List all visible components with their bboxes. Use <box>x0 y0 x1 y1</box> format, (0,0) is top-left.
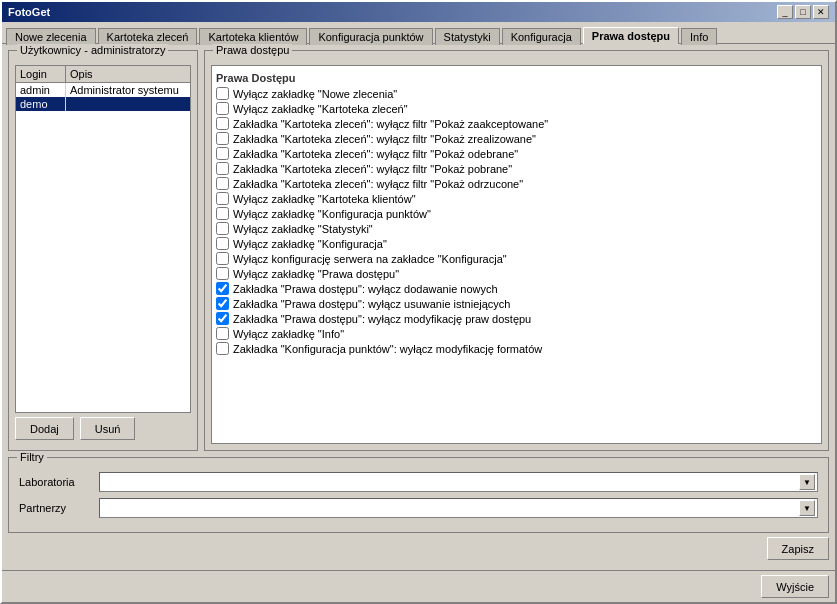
tab-nowe-zlecenia[interactable]: Nowe zlecenia <box>6 28 96 45</box>
right-checkbox-13[interactable] <box>216 282 229 295</box>
title-bar-buttons: _ □ ✕ <box>777 5 829 19</box>
partnerzy-combo[interactable]: ▼ <box>99 498 818 518</box>
table-row[interactable]: demo <box>16 97 190 111</box>
right-label-14: Zakładka "Prawa dostępu": wyłącz usuwani… <box>233 298 510 310</box>
right-item-1: Wyłącz zakładkę "Kartoteka zleceń" <box>216 101 817 116</box>
right-label-0: Wyłącz zakładkę "Nowe zlecenia" <box>233 88 397 100</box>
close-button[interactable]: ✕ <box>813 5 829 19</box>
tab-info[interactable]: Info <box>681 28 717 45</box>
right-item-2: Zakładka "Kartoteka zleceń": wyłącz filt… <box>216 116 817 131</box>
tab-prawa-dostepu[interactable]: Prawa dostępu <box>583 27 679 44</box>
right-checkbox-11[interactable] <box>216 252 229 265</box>
right-label-1: Wyłącz zakładkę "Kartoteka zleceń" <box>233 103 408 115</box>
right-item-12: Wyłącz zakładkę "Prawa dostępu" <box>216 266 817 281</box>
users-group-title: Użytkownicy - administratorzy <box>17 44 168 56</box>
rights-inner-label: Prawa Dostępu <box>216 70 817 86</box>
title-bar: FotoGet _ □ ✕ <box>2 2 835 22</box>
header-opis: Opis <box>66 66 190 82</box>
right-item-14: Zakładka "Prawa dostępu": wyłącz usuwani… <box>216 296 817 311</box>
right-label-2: Zakładka "Kartoteka zleceń": wyłącz filt… <box>233 118 548 130</box>
right-checkbox-17[interactable] <box>216 342 229 355</box>
right-checkbox-6[interactable] <box>216 177 229 190</box>
right-checkbox-5[interactable] <box>216 162 229 175</box>
right-label-17: Zakładka "Konfiguracja punktów": wyłącz … <box>233 343 542 355</box>
add-user-button[interactable]: Dodaj <box>15 417 74 440</box>
filters-group: Filtry Laboratoria ▼ Partnerzy ▼ <box>8 457 829 533</box>
users-table-header: Login Opis <box>15 65 191 82</box>
tab-statystyki[interactable]: Statystyki <box>435 28 500 45</box>
rights-group-title: Prawa dostępu <box>213 44 292 56</box>
right-label-11: Wyłącz konfigurację serwera na zakładce … <box>233 253 507 265</box>
bottom-panel: Filtry Laboratoria ▼ Partnerzy ▼ <box>8 457 829 564</box>
right-checkbox-2[interactable] <box>216 117 229 130</box>
right-label-8: Wyłącz zakładkę "Konfiguracja punktów" <box>233 208 431 220</box>
right-label-13: Zakładka "Prawa dostępu": wyłącz dodawan… <box>233 283 498 295</box>
right-item-13: Zakładka "Prawa dostępu": wyłącz dodawan… <box>216 281 817 296</box>
bottom-bar: Wyjście <box>2 570 835 602</box>
save-btn-area: Zapisz <box>8 533 829 564</box>
right-checkbox-7[interactable] <box>216 192 229 205</box>
user-desc: Administrator systemu <box>66 83 190 97</box>
right-item-3: Zakładka "Kartoteka zleceń": wyłącz filt… <box>216 131 817 146</box>
right-item-16: Wyłącz zakładkę "Info" <box>216 326 817 341</box>
rights-inner: Prawa Dostępu Wyłącz zakładkę "Nowe zlec… <box>211 65 822 444</box>
users-group: Użytkownicy - administratorzy Login Opis… <box>8 50 198 451</box>
right-item-0: Wyłącz zakładkę "Nowe zlecenia" <box>216 86 817 101</box>
right-checkbox-1[interactable] <box>216 102 229 115</box>
right-checkbox-9[interactable] <box>216 222 229 235</box>
right-label-16: Wyłącz zakładkę "Info" <box>233 328 344 340</box>
users-action-row: Dodaj Usuń <box>15 413 191 444</box>
right-item-11: Wyłącz konfigurację serwera na zakładce … <box>216 251 817 266</box>
user-login: demo <box>16 97 66 111</box>
right-item-6: Zakładka "Kartoteka zleceń": wyłącz filt… <box>216 176 817 191</box>
user-desc <box>66 97 190 111</box>
right-checkbox-16[interactable] <box>216 327 229 340</box>
right-item-15: Zakładka "Prawa dostępu": wyłącz modyfik… <box>216 311 817 326</box>
tab-kartoteka-zlecen[interactable]: Kartoteka zleceń <box>98 28 198 45</box>
tab-kartoteka-klientow[interactable]: Kartoteka klientów <box>199 28 307 45</box>
remove-user-button[interactable]: Usuń <box>80 417 136 440</box>
right-item-17: Zakładka "Konfiguracja punktów": wyłącz … <box>216 341 817 356</box>
save-button[interactable]: Zapisz <box>767 537 829 560</box>
right-item-7: Wyłącz zakładkę "Kartoteka klientów" <box>216 191 817 206</box>
tabs-bar: Nowe zlecenia Kartoteka zleceń Kartoteka… <box>2 22 835 43</box>
filter-partnerzy-row: Partnerzy ▼ <box>19 498 818 518</box>
right-checkbox-0[interactable] <box>216 87 229 100</box>
right-checkbox-3[interactable] <box>216 132 229 145</box>
right-checkbox-14[interactable] <box>216 297 229 310</box>
tab-konfiguracja-punktow[interactable]: Konfiguracja punktów <box>309 28 432 45</box>
partnerzy-dropdown-arrow[interactable]: ▼ <box>799 500 815 516</box>
user-login: admin <box>16 83 66 97</box>
rights-group: Prawa dostępu Prawa Dostępu Wyłącz zakła… <box>204 50 829 451</box>
laboratoria-combo[interactable]: ▼ <box>99 472 818 492</box>
top-panels: Użytkownicy - administratorzy Login Opis… <box>8 50 829 451</box>
exit-button[interactable]: Wyjście <box>761 575 829 598</box>
tab-konfiguracja[interactable]: Konfiguracja <box>502 28 581 45</box>
main-window: FotoGet _ □ ✕ Nowe zlecenia Kartoteka zl… <box>0 0 837 604</box>
right-checkbox-10[interactable] <box>216 237 229 250</box>
right-checkbox-15[interactable] <box>216 312 229 325</box>
right-label-4: Zakładka "Kartoteka zleceń": wyłącz filt… <box>233 148 518 160</box>
right-item-10: Wyłącz zakładkę "Konfiguracja" <box>216 236 817 251</box>
filter-partnerzy-label: Partnerzy <box>19 502 99 514</box>
right-item-8: Wyłącz zakładkę "Konfiguracja punktów" <box>216 206 817 221</box>
right-checkbox-12[interactable] <box>216 267 229 280</box>
right-label-9: Wyłącz zakładkę "Statystyki" <box>233 223 373 235</box>
right-label-15: Zakładka "Prawa dostępu": wyłącz modyfik… <box>233 313 531 325</box>
table-row[interactable]: admin Administrator systemu <box>16 83 190 97</box>
right-label-12: Wyłącz zakładkę "Prawa dostępu" <box>233 268 399 280</box>
right-label-7: Wyłącz zakładkę "Kartoteka klientów" <box>233 193 416 205</box>
right-label-6: Zakładka "Kartoteka zleceń": wyłącz filt… <box>233 178 523 190</box>
right-item-4: Zakładka "Kartoteka zleceń": wyłącz filt… <box>216 146 817 161</box>
users-table[interactable]: admin Administrator systemu demo <box>15 82 191 413</box>
main-content: Użytkownicy - administratorzy Login Opis… <box>2 43 835 570</box>
filters-group-title: Filtry <box>17 451 47 463</box>
laboratoria-dropdown-arrow[interactable]: ▼ <box>799 474 815 490</box>
header-login: Login <box>16 66 66 82</box>
minimize-button[interactable]: _ <box>777 5 793 19</box>
right-checkbox-4[interactable] <box>216 147 229 160</box>
window-title: FotoGet <box>8 6 50 18</box>
right-checkbox-8[interactable] <box>216 207 229 220</box>
right-label-5: Zakładka "Kartoteka zleceń": wyłącz filt… <box>233 163 512 175</box>
maximize-button[interactable]: □ <box>795 5 811 19</box>
